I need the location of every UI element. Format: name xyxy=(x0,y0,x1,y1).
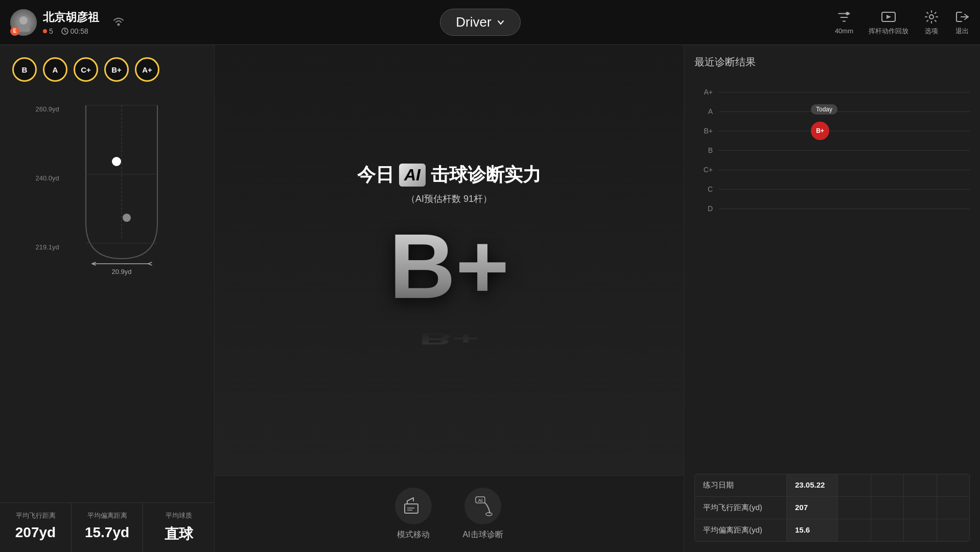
user-info: E 北京胡彦祖 5 00:58 xyxy=(10,9,99,36)
svg-text:AI: AI xyxy=(478,498,483,503)
ai-diagnosis-button[interactable]: AI AI击球诊断 xyxy=(462,488,503,540)
grade-line-a: Today xyxy=(719,111,970,112)
title-prefix: 今日 xyxy=(357,163,394,188)
exit-label: 退出 xyxy=(955,27,969,36)
stat-flight-value: 207yd xyxy=(6,524,65,541)
ball-count-stat: 5 xyxy=(43,27,53,35)
club-selector[interactable]: Driver xyxy=(440,9,520,36)
grade-row-a: A Today xyxy=(694,102,970,121)
grade-chart: A+ A Today B+ B+ B xyxy=(694,77,970,466)
mode-move-label: 模式移动 xyxy=(397,530,430,540)
time-stat: 00:58 xyxy=(61,27,88,35)
grade-label-b: B xyxy=(694,146,713,154)
ai-title: 今日 AI 击球诊断实力 xyxy=(357,163,541,188)
section-title: 最近诊断结果 xyxy=(694,55,970,69)
grade-label-a: A xyxy=(694,107,713,116)
grade-label-c: C xyxy=(694,185,713,193)
stat-quality-label: 平均球质 xyxy=(149,511,208,520)
replay-button[interactable]: 挥杆动作回放 xyxy=(869,9,908,36)
center-panel: 今日 AI 击球诊断实力 （AI预估杆数 91杆） B+ B+ xyxy=(215,45,684,552)
exit-button[interactable]: 退出 xyxy=(954,9,970,36)
svg-point-13 xyxy=(112,157,121,166)
bottom-stats: 平均飞行距离 207yd 平均偏离距离 15.7yd 平均球质 直球 xyxy=(0,502,214,552)
grade-row-aplus: A+ xyxy=(694,82,970,102)
ai-golf-icon: AI xyxy=(464,488,501,524)
avatar-badge: E xyxy=(10,27,19,36)
table-header-label: 练习日期 xyxy=(695,474,787,496)
avatar: E xyxy=(10,9,37,36)
user-stats: 5 00:58 xyxy=(43,27,99,35)
grade-row-b: B xyxy=(694,141,970,160)
club-label: Driver xyxy=(456,14,491,30)
settings-button[interactable]: 选项 xyxy=(924,9,939,36)
svg-point-21 xyxy=(486,513,492,516)
svg-rect-16 xyxy=(405,504,418,513)
grade-line-d xyxy=(719,209,970,209)
svg-point-6 xyxy=(846,12,849,15)
settings-label: 选项 xyxy=(925,27,938,36)
grade-row-cplus: C+ xyxy=(694,160,970,179)
stats-table: 练习日期 23.05.22 平均飞行距离(yd) 207 平均偏离距离(yd) … xyxy=(694,474,970,542)
ai-subtitle: （AI预估杆数 91杆） xyxy=(357,193,541,205)
empty-cell-3 xyxy=(904,474,937,496)
grade-line-c xyxy=(719,189,970,190)
main: B A C+ B+ A+ 260.9yd 240.0yd 219.1yd xyxy=(0,45,980,552)
grade-label-d: D xyxy=(694,204,713,213)
header: E 北京胡彦祖 5 00:58 Driver xyxy=(0,0,980,45)
table-date: 23.05.22 xyxy=(787,474,838,496)
empty-cell-9 xyxy=(838,519,871,541)
center-top: 今日 AI 击球诊断实力 （AI预估杆数 91杆） B+ B+ xyxy=(215,45,684,475)
empty-cell-6 xyxy=(871,497,904,519)
grade-row-d: D xyxy=(694,199,970,218)
shot-chart: 260.9yd 240.0yd 219.1yd xyxy=(0,90,214,502)
y-label-mid: 240.0yd xyxy=(36,174,59,182)
grade-badge-bplus[interactable]: B+ xyxy=(104,57,129,82)
header-center: Driver xyxy=(126,9,835,36)
grade-line-b xyxy=(719,150,970,151)
grade-badges: B A C+ B+ A+ xyxy=(0,45,214,90)
stat-flight-label: 平均飞行距离 xyxy=(6,511,65,520)
empty-cell-11 xyxy=(904,519,937,541)
left-panel: B A C+ B+ A+ 260.9yd 240.0yd 219.1yd xyxy=(0,45,215,552)
stat-offset-distance: 平均偏离距离 15.7yd xyxy=(72,503,143,552)
user-name: 北京胡彦祖 xyxy=(43,10,99,25)
grade-badge-a[interactable]: A xyxy=(43,57,67,82)
stats-flight-row: 平均飞行距离(yd) 207 xyxy=(695,497,969,519)
stats-offset-row: 平均偏离距离(yd) 15.6 xyxy=(695,519,969,541)
ai-badge: AI xyxy=(399,164,426,187)
filter-label: 40mm xyxy=(835,27,853,35)
empty-cell-12 xyxy=(937,519,970,541)
empty-cell-7 xyxy=(904,497,937,519)
grade-label-bplus: B+ xyxy=(694,127,713,135)
stat-offset-label: 平均偏离距离 xyxy=(78,511,136,520)
replay-label: 挥杆动作回放 xyxy=(869,27,908,36)
stat-flight-distance: 平均飞行距离 207yd xyxy=(0,503,72,552)
svg-point-14 xyxy=(123,214,131,222)
today-marker: Today xyxy=(811,104,837,114)
svg-point-0 xyxy=(19,16,28,25)
header-right: 40mm 挥杆动作回放 选项 退出 xyxy=(835,9,970,36)
flight-distance-value: 207 xyxy=(787,497,838,519)
grade-display: B+ xyxy=(357,220,541,312)
grade-badge-b[interactable]: B xyxy=(12,57,37,82)
mode-move-button[interactable]: 模式移动 xyxy=(395,488,432,540)
stat-ball-quality: 平均球质 直球 xyxy=(143,503,214,552)
grade-badge-cplus[interactable]: C+ xyxy=(74,57,98,82)
stat-quality-value: 直球 xyxy=(149,524,208,544)
distance-label: 20.9yd xyxy=(111,268,131,275)
filter-button[interactable]: 40mm xyxy=(835,10,853,35)
stats-header-row: 练习日期 23.05.22 xyxy=(695,474,969,497)
grade-row-c: C xyxy=(694,179,970,199)
svg-point-8 xyxy=(929,15,934,19)
grade-reflection: B+ xyxy=(357,331,541,347)
grade-line-aplus xyxy=(719,92,970,93)
empty-cell-2 xyxy=(871,474,904,496)
grade-badge-aplus[interactable]: A+ xyxy=(135,57,159,82)
empty-cell-1 xyxy=(838,474,871,496)
empty-cell-10 xyxy=(871,519,904,541)
fairway-svg: 20.9yd xyxy=(71,100,173,284)
svg-point-5 xyxy=(118,23,120,26)
ai-diagnosis: 今日 AI 击球诊断实力 （AI预估杆数 91杆） B+ B+ xyxy=(357,163,541,358)
dot-icon xyxy=(43,29,47,33)
center-bottom: 模式移动 AI AI击球诊断 xyxy=(215,475,684,552)
